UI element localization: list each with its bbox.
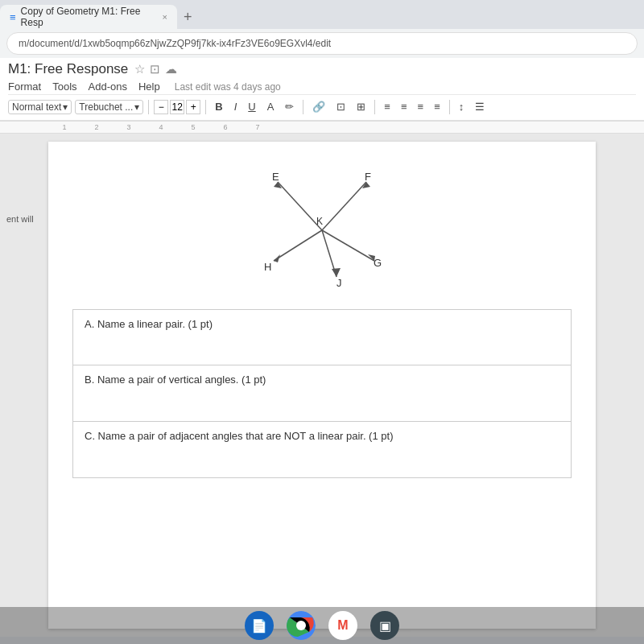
align-center-button[interactable]: ≡ bbox=[397, 100, 411, 114]
url-text: m/document/d/1xwb5oqmp66zNjwZzQP9fj7kk-i… bbox=[19, 38, 331, 49]
alignment-buttons: ≡ ≡ ≡ ≡ bbox=[380, 100, 444, 114]
label-E: E bbox=[272, 171, 279, 183]
bold-button[interactable]: B bbox=[211, 100, 226, 114]
docs-header: M1: Free Response ☆ ⊡ ☁ Format Tools Add… bbox=[0, 58, 644, 121]
tab-bar: ≡ Copy of Geometry M1: Free Resp × + bbox=[0, 0, 644, 29]
question-box-b[interactable]: B. Name a pair of vertical angles. (1 pt… bbox=[72, 365, 572, 422]
svg-marker-7 bbox=[274, 254, 280, 262]
last-edit-text: Last edit was 4 days ago bbox=[175, 81, 281, 93]
drive-icon[interactable]: ⊡ bbox=[150, 62, 160, 76]
label-K: K bbox=[316, 216, 323, 227]
question-c-text: C. Name a pair of adjacent angles that a… bbox=[85, 430, 393, 442]
ruler-tick-4: 4 bbox=[145, 123, 177, 131]
font-size-control: − 12 + bbox=[154, 100, 200, 114]
divider-5 bbox=[449, 100, 450, 114]
gmail-taskbar-icon[interactable]: M bbox=[328, 611, 357, 640]
question-a-text: A. Name a linear pair. (1 pt) bbox=[85, 318, 213, 330]
label-H: H bbox=[264, 261, 271, 273]
style-chevron-icon: ▾ bbox=[63, 101, 68, 113]
chrome-taskbar-icon[interactable] bbox=[287, 611, 316, 640]
line-spacing-button[interactable]: ↕ bbox=[455, 100, 469, 114]
tab-close-button[interactable]: × bbox=[163, 12, 167, 22]
divider-2 bbox=[205, 100, 206, 114]
star-icon[interactable]: ☆ bbox=[134, 62, 145, 76]
divider-1 bbox=[148, 100, 149, 114]
ruler-tick-7: 7 bbox=[242, 123, 274, 131]
browser-chrome: ≡ Copy of Geometry M1: Free Resp × + m/d… bbox=[0, 0, 644, 134]
ruler-tick-5: 5 bbox=[177, 123, 209, 131]
question-box-a[interactable]: A. Name a linear pair. (1 pt) bbox=[72, 309, 572, 365]
ruler-tick-2: 2 bbox=[80, 123, 113, 131]
link-button[interactable]: 🔗 bbox=[308, 100, 329, 114]
ruler-tick-3: 3 bbox=[113, 123, 145, 131]
label-F: F bbox=[365, 171, 371, 183]
files-taskbar-icon[interactable]: 📄 bbox=[245, 611, 274, 640]
formatting-bar: Normal text ▾ Trebuchet ... ▾ − 12 + B I… bbox=[8, 94, 636, 118]
active-tab[interactable]: ≡ Copy of Geometry M1: Free Resp × bbox=[0, 5, 177, 29]
taskbar: 📄 M ▣ bbox=[0, 607, 644, 644]
diagram-area: E F K H G J bbox=[72, 166, 572, 295]
menu-help[interactable]: Help bbox=[138, 80, 160, 93]
docs-tab-icon: ≡ bbox=[10, 11, 16, 23]
align-right-button[interactable]: ≡ bbox=[414, 100, 428, 114]
font-size-increase-button[interactable]: + bbox=[186, 100, 200, 114]
svg-line-0 bbox=[278, 182, 322, 230]
divider-4 bbox=[374, 100, 375, 114]
tab-label: Copy of Geometry M1: Free Resp bbox=[21, 6, 155, 28]
svg-line-1 bbox=[322, 182, 366, 230]
highlight-button[interactable]: ✏ bbox=[281, 100, 298, 114]
label-J: J bbox=[336, 277, 342, 289]
font-selector[interactable]: Trebuchet ... ▾ bbox=[75, 100, 143, 114]
doc-page[interactable]: E F K H G J A. Name a linear pair. (1 pt… bbox=[48, 142, 596, 629]
docs-title: M1: Free Response bbox=[8, 61, 128, 77]
align-justify-button[interactable]: ≡ bbox=[430, 100, 444, 114]
geometry-diagram: E F K H G J bbox=[233, 166, 411, 295]
label-G: G bbox=[374, 257, 382, 269]
table-button[interactable]: ⊞ bbox=[353, 100, 369, 114]
question-box-c[interactable]: C. Name a pair of adjacent angles that a… bbox=[72, 422, 572, 478]
style-label: Normal text bbox=[12, 101, 61, 113]
image-button[interactable]: ⊡ bbox=[332, 100, 349, 114]
sidebar-text: ent will bbox=[6, 214, 34, 224]
question-boxes: A. Name a linear pair. (1 pt) B. Name a … bbox=[72, 309, 572, 478]
new-tab-button[interactable]: + bbox=[177, 9, 199, 26]
font-size-decrease-button[interactable]: − bbox=[154, 100, 168, 114]
divider-3 bbox=[303, 100, 303, 114]
font-label: Trebuchet ... bbox=[79, 101, 133, 113]
doc-area: ent will bbox=[0, 134, 644, 637]
italic-button[interactable]: I bbox=[230, 100, 242, 114]
align-left-button[interactable]: ≡ bbox=[380, 100, 394, 114]
menu-addons[interactable]: Add-ons bbox=[89, 80, 127, 93]
text-color-button[interactable]: A bbox=[263, 100, 279, 114]
svg-marker-9 bbox=[332, 268, 341, 277]
question-b-text: B. Name a pair of vertical angles. (1 pt… bbox=[85, 374, 266, 386]
docs-menu-bar: Format Tools Add-ons Help Last edit was … bbox=[8, 79, 636, 94]
style-selector[interactable]: Normal text ▾ bbox=[8, 100, 72, 114]
underline-button[interactable]: U bbox=[244, 100, 259, 114]
svg-point-12 bbox=[296, 621, 306, 630]
ruler-tick-6: 6 bbox=[209, 123, 242, 131]
docs-title-row: M1: Free Response ☆ ⊡ ☁ bbox=[8, 61, 636, 79]
svg-line-2 bbox=[274, 230, 322, 261]
cloud-icon[interactable]: ☁ bbox=[165, 62, 177, 76]
calendar-taskbar-icon[interactable]: ▣ bbox=[370, 611, 399, 640]
address-bar[interactable]: m/document/d/1xwb5oqmp66zNjwZzQP9fj7kk-i… bbox=[6, 32, 638, 55]
ruler-tick-1: 1 bbox=[48, 123, 80, 131]
menu-tools[interactable]: Tools bbox=[52, 80, 76, 93]
ruler: 1 2 3 4 5 6 7 bbox=[0, 121, 644, 134]
list-button[interactable]: ☰ bbox=[471, 100, 489, 114]
font-chevron-icon: ▾ bbox=[134, 101, 139, 113]
docs-icon-group: ☆ ⊡ ☁ bbox=[134, 62, 177, 76]
menu-format[interactable]: Format bbox=[8, 80, 41, 93]
font-size-value[interactable]: 12 bbox=[170, 100, 184, 114]
